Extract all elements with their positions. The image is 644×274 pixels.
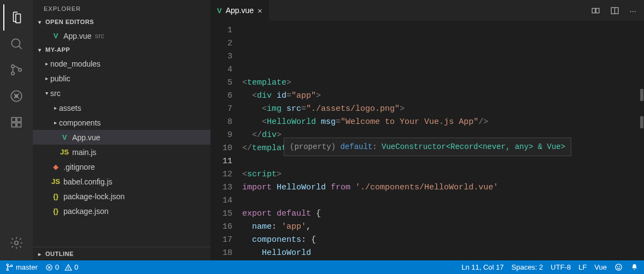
problems-errors[interactable]: 0 0 xyxy=(45,263,78,271)
svg-point-23 xyxy=(68,269,69,269)
close-icon[interactable]: × xyxy=(257,6,262,15)
svg-point-6 xyxy=(15,94,19,98)
settings-gear-icon[interactable] xyxy=(3,230,30,256)
code-content[interactable]: (property) default: VueConstructor<Recor… xyxy=(242,21,644,260)
language-mode[interactable]: Vue xyxy=(594,263,607,271)
open-editors-header[interactable]: ▾ OPEN EDITORS xyxy=(33,16,210,27)
git-branch[interactable]: master xyxy=(5,263,38,271)
tree-item-app-vue[interactable]: VApp.vue xyxy=(33,130,210,145)
chevron-right-icon: ▸ xyxy=(43,75,50,81)
chevron-right-icon: ▸ xyxy=(51,105,59,111)
debug-icon[interactable] xyxy=(3,83,30,109)
json-icon: {} xyxy=(50,207,61,215)
tree-item--gitignore[interactable]: ◆.gitignore xyxy=(33,159,210,174)
svg-point-2 xyxy=(11,65,14,68)
chevron-right-icon: ▸ xyxy=(43,61,50,67)
vue-icon: V xyxy=(217,7,222,15)
search-icon[interactable] xyxy=(3,31,30,57)
svg-point-25 xyxy=(617,266,618,267)
chevron-down-icon: ▾ xyxy=(36,47,44,53)
tree-item-src[interactable]: ▾src xyxy=(33,86,210,100)
tree-item-components[interactable]: ▸components xyxy=(33,115,210,130)
svg-point-11 xyxy=(15,241,19,245)
source-control-icon[interactable] xyxy=(3,57,30,83)
compare-icon[interactable] xyxy=(591,6,600,15)
chevron-right-icon: ▸ xyxy=(51,120,59,126)
tree-item-package-lock-json[interactable]: {}package-lock.json xyxy=(33,189,210,204)
tree-item-package-json[interactable]: {}package.json xyxy=(33,204,210,218)
svg-point-4 xyxy=(19,68,21,71)
tab-bar: V App.vue × ··· xyxy=(210,0,644,21)
tree-item-assets[interactable]: ▸assets xyxy=(33,100,210,115)
editor-body[interactable]: 123456789101112131415161718 (property) d… xyxy=(210,21,644,260)
svg-rect-9 xyxy=(17,123,21,127)
encoding[interactable]: UTF-8 xyxy=(551,263,571,271)
svg-line-1 xyxy=(19,46,21,49)
svg-point-24 xyxy=(616,264,622,270)
chevron-down-icon: ▾ xyxy=(43,90,50,96)
svg-point-0 xyxy=(11,39,20,47)
feedback-icon[interactable] xyxy=(614,263,623,271)
tree-item-node-modules[interactable]: ▸node_modules xyxy=(33,56,210,71)
svg-rect-8 xyxy=(11,123,16,127)
cursor-position[interactable]: Ln 11, Col 17 xyxy=(461,263,504,271)
vue-icon: V xyxy=(59,133,70,141)
svg-rect-12 xyxy=(593,8,596,13)
indent-setting[interactable]: Spaces: 2 xyxy=(512,263,543,271)
tree-item-public[interactable]: ▸public xyxy=(33,71,210,86)
hover-tooltip: (property) default: VueConstructor<Recor… xyxy=(284,138,571,156)
eol[interactable]: LF xyxy=(578,263,587,271)
explorer-icon[interactable] xyxy=(3,4,30,31)
notifications-icon[interactable] xyxy=(630,263,639,271)
chevron-right-icon: ▸ xyxy=(36,251,44,257)
tree-item-babel-config-js[interactable]: JSbabel.config.js xyxy=(33,174,210,189)
svg-point-26 xyxy=(619,266,620,267)
svg-point-17 xyxy=(7,269,8,270)
svg-point-16 xyxy=(7,264,8,266)
js-icon: JS xyxy=(50,177,61,186)
tab-app-vue[interactable]: V App.vue × xyxy=(210,0,270,21)
outline-header[interactable]: ▸ OUTLINE xyxy=(33,247,210,260)
extensions-icon[interactable] xyxy=(3,109,30,135)
overview-ruler xyxy=(639,21,644,260)
svg-rect-13 xyxy=(596,8,600,13)
explorer-sidebar: EXPLORER ▾ OPEN EDITORS VApp.vuesrc ▾ MY… xyxy=(33,0,210,260)
status-bar: master 0 0 Ln 11, Col 17 Spaces: 2 UTF-8… xyxy=(0,260,644,274)
git-icon: ◆ xyxy=(50,163,61,171)
project-header[interactable]: ▾ MY-APP xyxy=(33,44,210,55)
line-gutter: 123456789101112131415161718 xyxy=(210,21,242,260)
svg-point-18 xyxy=(11,265,13,266)
tree-item-main-js[interactable]: JSmain.js xyxy=(33,145,210,159)
json-icon: {} xyxy=(50,192,61,200)
open-editor-item[interactable]: VApp.vuesrc xyxy=(33,28,210,43)
svg-point-3 xyxy=(11,72,14,75)
more-icon[interactable]: ··· xyxy=(629,6,636,15)
svg-rect-10 xyxy=(17,117,21,122)
activity-bar xyxy=(0,0,33,260)
svg-rect-7 xyxy=(11,117,16,122)
vue-icon: V xyxy=(50,32,61,40)
chevron-down-icon: ▾ xyxy=(36,19,44,25)
sidebar-title: EXPLORER xyxy=(33,0,210,16)
tab-label: App.vue xyxy=(226,6,254,15)
js-icon: JS xyxy=(59,148,70,156)
editor-area: V App.vue × ··· 123456789101112131415161… xyxy=(210,0,644,260)
split-editor-icon[interactable] xyxy=(610,6,619,15)
